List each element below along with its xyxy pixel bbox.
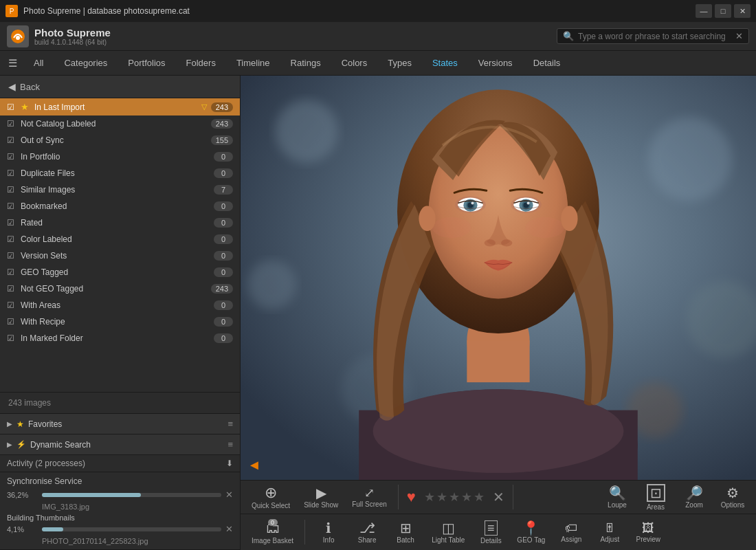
light-table-button[interactable]: ◫ Light Table — [426, 518, 470, 547]
geo-tag-button[interactable]: 📍 GEO Tag — [511, 518, 551, 547]
titlebar-left: P Photo Supreme | database photosupreme.… — [5, 5, 190, 17]
header: Photo Supreme build 4.1.0.1448 (64 bit) … — [0, 22, 756, 51]
state-item-with-recipe[interactable]: ☑With Recipe0 — [0, 314, 240, 330]
nav-tab-ratings[interactable]: Ratings — [281, 54, 331, 72]
star-2[interactable]: ★ — [436, 490, 447, 505]
state-item-geo-tagged[interactable]: ☑GEO Tagged0 — [0, 264, 240, 280]
zoom-button[interactable]: 🔎 Zoom — [676, 483, 712, 512]
search-bar[interactable]: 🔍 ✕ — [557, 28, 749, 44]
close-button[interactable]: ✕ — [734, 4, 751, 18]
app-icon: P — [5, 5, 18, 17]
options-icon: ⚙ — [726, 486, 739, 500]
state-item-not-catalog-labeled[interactable]: ☑Not Catalog Labeled243 — [0, 116, 240, 132]
state-check-icon: ☑ — [7, 218, 16, 228]
state-item-in-last-import[interactable]: ☑★In Last Import▽243 — [0, 98, 240, 116]
state-item-similar-images[interactable]: ☑Similar Images7 — [0, 182, 240, 198]
share-button[interactable]: ⎇ Share — [349, 518, 385, 547]
full-screen-button[interactable]: ⤢ Full Screen — [346, 484, 392, 511]
options-label: Options — [721, 501, 744, 509]
image-basket-label: Image Basket — [252, 537, 293, 544]
progress-bar-fill-2 — [42, 527, 63, 531]
star-5[interactable]: ★ — [474, 490, 485, 505]
state-check-icon: ☑ — [7, 201, 16, 211]
state-label: Similar Images — [21, 185, 210, 195]
state-item-out-of-sync[interactable]: ☑Out of Sync155 — [0, 132, 240, 148]
nav-tab-categories[interactable]: Categories — [54, 54, 117, 72]
svg-point-31 — [485, 239, 496, 246]
state-item-in-portfolio[interactable]: ☑In Portfolio0 — [0, 148, 240, 165]
minimize-button[interactable]: — — [696, 4, 712, 18]
favorites-section[interactable]: ▶ ★ Favorites ≡ — [0, 414, 240, 434]
slide-show-label: Slide Show — [304, 501, 338, 509]
state-item-duplicate-files[interactable]: ☑Duplicate Files0 — [0, 165, 240, 182]
svg-point-6 — [276, 100, 338, 162]
nav-tab-versions[interactable]: Versions — [469, 54, 522, 72]
state-item-bookmarked[interactable]: ☑Bookmarked0 — [0, 198, 240, 214]
app-name: Photo Supreme — [34, 27, 111, 38]
svg-point-36 — [561, 206, 577, 231]
state-item-version-sets[interactable]: ☑Version Sets0 — [0, 248, 240, 264]
svg-point-7 — [648, 118, 732, 201]
state-label: Bookmarked — [21, 201, 210, 211]
state-count: 243 — [211, 102, 233, 112]
state-check-icon: ☑ — [7, 251, 16, 261]
state-label: Color Labeled — [21, 234, 210, 244]
nav-tab-states[interactable]: States — [423, 54, 467, 72]
state-item-not-geo-tagged[interactable]: ☑Not GEO Tagged243 — [0, 280, 240, 297]
image-count: 243 images — [0, 392, 240, 413]
nav-tab-portfolios[interactable]: Portfolios — [118, 54, 175, 72]
photo-arrow-indicator: ◄ — [247, 457, 261, 473]
assign-button[interactable]: 🏷 Assign — [553, 519, 589, 546]
back-button[interactable]: ◀ Back — [0, 76, 240, 98]
details-button[interactable]: ≡ Details — [473, 518, 509, 547]
star-1[interactable]: ★ — [424, 490, 435, 505]
state-item-in-marked-folder[interactable]: ☑In Marked Folder0 — [0, 330, 240, 346]
progress-2-cancel-icon[interactable]: ✕ — [225, 524, 233, 534]
slide-show-button[interactable]: ▶ Slide Show — [298, 483, 344, 512]
heart-rating[interactable]: ♥ — [407, 488, 416, 506]
separator-2 — [513, 485, 513, 509]
state-count: 243 — [211, 119, 233, 129]
options-button[interactable]: ⚙ Options — [715, 483, 751, 512]
nav-hamburger[interactable]: ☰ — [3, 54, 23, 72]
state-item-color-labeled[interactable]: ☑Color Labeled0 — [0, 231, 240, 248]
star-rating-area: ★ ★ ★ ★ ★ — [421, 487, 487, 507]
state-item-with-areas[interactable]: ☑With Areas0 — [0, 297, 240, 314]
state-label: Not GEO Tagged — [21, 284, 207, 294]
info-icon: ℹ — [326, 521, 331, 535]
search-clear-icon[interactable]: ✕ — [735, 31, 743, 41]
star-3[interactable]: ★ — [449, 490, 460, 505]
nav-tab-timeline[interactable]: Timeline — [227, 54, 280, 72]
quick-select-button[interactable]: ⊕ Quick Select — [246, 483, 296, 512]
areas-button[interactable]: ⊡ Areas — [638, 481, 674, 514]
reject-button[interactable]: ✕ — [493, 489, 504, 505]
quick-select-icon: ⊕ — [265, 485, 277, 500]
activity-download-icon[interactable]: ⬇ — [226, 459, 233, 468]
info-button[interactable]: ℹ Info — [311, 518, 346, 547]
light-table-icon: ◫ — [442, 521, 455, 535]
favorites-menu-icon[interactable]: ≡ — [227, 419, 233, 429]
loupe-button[interactable]: 🔍 Loupe — [599, 483, 635, 512]
progress-1-cancel-icon[interactable]: ✕ — [225, 490, 233, 500]
batch-button[interactable]: ⊞ Batch — [388, 518, 423, 547]
adjust-button[interactable]: 🎚 Adjust — [592, 519, 627, 546]
preview-button[interactable]: 🖼 Preview — [630, 519, 666, 546]
nav-tab-colors[interactable]: Colors — [332, 54, 377, 72]
nav-tab-all[interactable]: All — [24, 54, 53, 72]
state-check-icon: ☑ — [7, 284, 16, 294]
preview-icon: 🖼 — [642, 522, 654, 534]
nav-tab-types[interactable]: Types — [378, 54, 421, 72]
state-item-rated[interactable]: ☑Rated0 — [0, 214, 240, 231]
sidebar: ◀ Back ☑★In Last Import▽243☑Not Catalog … — [0, 76, 241, 550]
nav-tab-folders[interactable]: Folders — [177, 54, 225, 72]
dynamic-search-menu-icon[interactable]: ≡ — [227, 439, 233, 450]
dynamic-search-section[interactable]: ▶ ⚡ Dynamic Search ≡ — [0, 434, 240, 455]
nav-tab-details[interactable]: Details — [524, 54, 570, 72]
search-input[interactable] — [578, 32, 731, 41]
titlebar-controls: — □ ✕ — [696, 4, 751, 18]
maximize-button[interactable]: □ — [715, 4, 731, 18]
image-basket-button[interactable]: 🗂 0 Image Basket — [246, 518, 299, 547]
zoom-label: Zoom — [685, 501, 703, 509]
star-4[interactable]: ★ — [461, 490, 472, 505]
progress-bar-bg-1 — [42, 493, 221, 497]
